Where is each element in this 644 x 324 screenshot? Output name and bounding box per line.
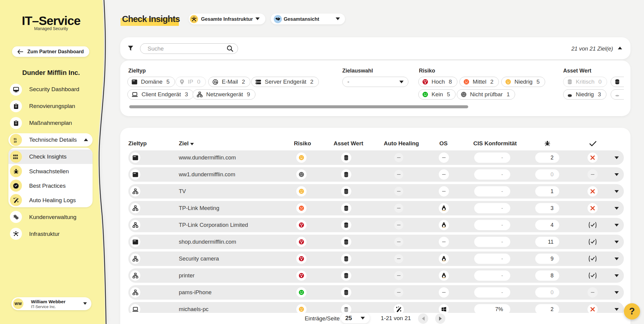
svg-text:10: 10 [14, 140, 17, 143]
svg-text:01: 01 [14, 137, 17, 140]
